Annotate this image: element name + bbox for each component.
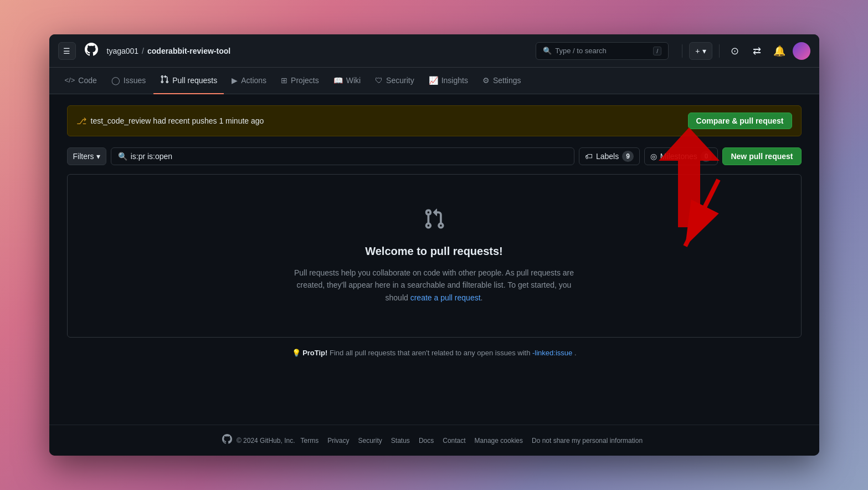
repo-nav: </> Code ◯ Issues Pull requests ▶ Action… bbox=[49, 68, 819, 94]
recent-push-banner: ⎇ test_code_review had recent pushes 1 m… bbox=[67, 105, 802, 136]
code-icon: </> bbox=[65, 76, 75, 84]
protip-text: Find all pull requests that aren't relat… bbox=[330, 349, 532, 357]
protip-label: ProTip! bbox=[302, 349, 327, 357]
issues-icon: ◯ bbox=[111, 76, 120, 85]
protip-end: . bbox=[574, 349, 577, 357]
footer-link-status[interactable]: Status bbox=[388, 437, 413, 445]
milestones-count-badge: 0 bbox=[701, 151, 712, 162]
empty-desc-end: . bbox=[481, 293, 483, 302]
milestone-icon: ◎ bbox=[650, 152, 657, 161]
footer-link-privacy[interactable]: Privacy bbox=[324, 437, 352, 445]
nav-item-actions[interactable]: ▶ Actions bbox=[225, 68, 273, 94]
copilot-button[interactable]: ⊙ bbox=[726, 42, 744, 60]
pr-search-input[interactable]: 🔍 bbox=[111, 147, 574, 165]
footer-link-contact[interactable]: Contact bbox=[439, 437, 469, 445]
pr-search-field[interactable] bbox=[131, 152, 567, 161]
empty-state-title: Welcome to pull requests! bbox=[365, 245, 503, 258]
browser-window: ☰ tyaga001 / coderabbit-review-tool 🔍 Ty… bbox=[49, 34, 819, 456]
nav-item-settings[interactable]: ⚙ Settings bbox=[476, 68, 528, 94]
plus-icon: + bbox=[695, 47, 700, 55]
footer: © 2024 GitHub, Inc. Terms Privacy Securi… bbox=[49, 425, 819, 456]
nav-item-insights[interactable]: 📈 Insights bbox=[422, 68, 475, 94]
lightbulb-icon: 💡 bbox=[292, 349, 301, 357]
wiki-icon: 📖 bbox=[333, 76, 343, 85]
pull-requests-nav-button[interactable]: ⇄ bbox=[748, 42, 766, 60]
empty-state-description: Pull requests help you collaborate on co… bbox=[285, 267, 584, 304]
nav-item-pull-requests[interactable]: Pull requests bbox=[153, 68, 224, 94]
filters-button[interactable]: Filters ▾ bbox=[67, 147, 106, 165]
nav-item-code[interactable]: </> Code bbox=[58, 68, 104, 94]
filter-label: Filters bbox=[73, 152, 94, 161]
search-shortcut: / bbox=[653, 47, 661, 55]
breadcrumb-repo[interactable]: coderabbit-review-tool bbox=[147, 47, 230, 55]
labels-text: Labels bbox=[596, 152, 619, 161]
main-content: ⎇ test_code_review had recent pushes 1 m… bbox=[49, 94, 819, 425]
chevron-down-icon: ▾ bbox=[702, 47, 706, 55]
empty-state: Welcome to pull requests! Pull requests … bbox=[67, 174, 802, 338]
compare-pull-request-button[interactable]: Compare & pull request bbox=[688, 113, 792, 129]
search-icon: 🔍 bbox=[543, 47, 552, 55]
create-pr-link[interactable]: create a pull request bbox=[410, 293, 481, 302]
divider bbox=[682, 44, 682, 58]
hamburger-icon: ☰ bbox=[63, 47, 70, 55]
banner-message: ⎇ test_code_review had recent pushes 1 m… bbox=[76, 116, 264, 126]
pr-empty-icon bbox=[423, 208, 445, 232]
search-magnifier-icon: 🔍 bbox=[118, 152, 127, 161]
new-pull-request-button[interactable]: New pull request bbox=[722, 147, 801, 165]
footer-link-docs[interactable]: Docs bbox=[415, 437, 437, 445]
protip-link[interactable]: -linked:issue bbox=[532, 349, 572, 357]
top-nav-actions: + ▾ ⊙ ⇄ 🔔 bbox=[680, 42, 810, 60]
footer-link-terms[interactable]: Terms bbox=[297, 437, 322, 445]
top-nav: ☰ tyaga001 / coderabbit-review-tool 🔍 Ty… bbox=[49, 34, 819, 68]
avatar[interactable] bbox=[793, 42, 810, 60]
footer-copyright: © 2024 GitHub, Inc. bbox=[237, 437, 295, 445]
nav-item-projects[interactable]: ⊞ Projects bbox=[274, 68, 326, 94]
milestones-button[interactable]: ◎ Milestones 0 bbox=[644, 147, 718, 165]
footer-link-do-not-share[interactable]: Do not share my personal information bbox=[528, 437, 646, 445]
nav-item-issues[interactable]: ◯ Issues bbox=[105, 68, 152, 94]
branch-icon: ⎇ bbox=[76, 116, 86, 126]
github-logo bbox=[85, 43, 98, 59]
actions-icon: ▶ bbox=[232, 76, 238, 85]
nav-item-wiki[interactable]: 📖 Wiki bbox=[327, 68, 367, 94]
chevron-down-icon: ▾ bbox=[96, 152, 100, 161]
copilot-icon: ⊙ bbox=[731, 45, 739, 57]
projects-icon: ⊞ bbox=[281, 76, 287, 85]
notifications-button[interactable]: 🔔 bbox=[771, 42, 788, 60]
footer-link-security[interactable]: Security bbox=[355, 437, 385, 445]
footer-github-logo bbox=[222, 434, 232, 447]
breadcrumb: tyaga001 / coderabbit-review-tool bbox=[107, 47, 231, 55]
breadcrumb-separator: / bbox=[142, 47, 144, 55]
labels-count-badge: 9 bbox=[622, 151, 634, 162]
pr-nav-icon: ⇄ bbox=[753, 45, 761, 57]
settings-icon: ⚙ bbox=[482, 76, 490, 85]
security-icon: 🛡 bbox=[375, 76, 383, 85]
bell-icon: 🔔 bbox=[773, 45, 785, 57]
hamburger-button[interactable]: ☰ bbox=[58, 42, 76, 60]
search-placeholder: Type / to search bbox=[555, 47, 607, 55]
protip-section: 💡 ProTip! Find all pull requests that ar… bbox=[67, 349, 802, 357]
filters-row: Filters ▾ 🔍 🏷 Labels 9 ◎ Milestones 0 Ne… bbox=[67, 147, 802, 165]
label-tag-icon: 🏷 bbox=[585, 152, 593, 161]
pr-icon-nav bbox=[160, 75, 169, 85]
labels-button[interactable]: 🏷 Labels 9 bbox=[579, 147, 640, 165]
milestones-text: Milestones bbox=[660, 152, 697, 161]
footer-link-manage-cookies[interactable]: Manage cookies bbox=[471, 437, 526, 445]
breadcrumb-user[interactable]: tyaga001 bbox=[107, 47, 139, 55]
nav-item-security[interactable]: 🛡 Security bbox=[368, 68, 421, 94]
insights-icon: 📈 bbox=[429, 76, 438, 85]
create-new-button[interactable]: + ▾ bbox=[689, 42, 712, 60]
search-bar[interactable]: 🔍 Type / to search / bbox=[536, 42, 669, 60]
divider2 bbox=[719, 44, 720, 58]
